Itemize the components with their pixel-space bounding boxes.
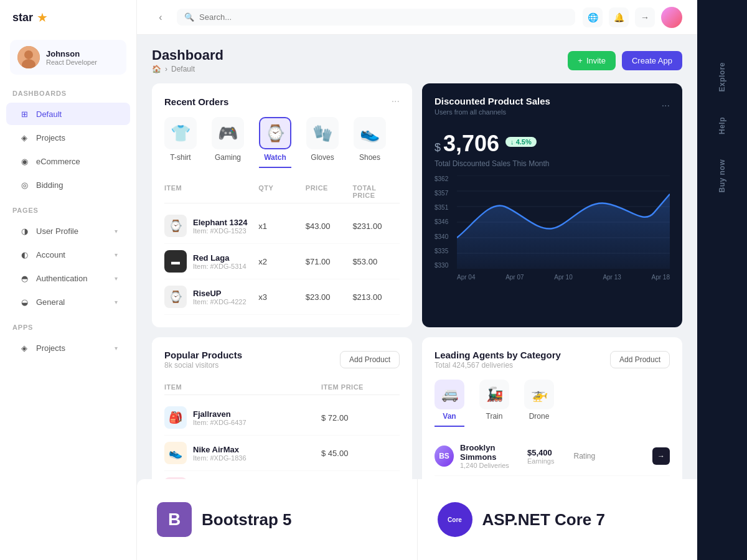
breadcrumb-current: Default — [171, 65, 195, 73]
aspnet-banner[interactable]: Core ASP.NET Core 7 — [417, 479, 698, 560]
page-title-group: Dashboard 🏠 › Default — [152, 47, 223, 73]
pop-sku-2: Item: #XDG-1836 — [193, 454, 247, 462]
globe-icon[interactable]: 🌐 — [583, 7, 603, 27]
pop-price-2: $ 45.00 — [321, 449, 400, 458]
add-agent-button[interactable]: Add Product — [610, 351, 670, 368]
y-label-5: $340 — [435, 233, 457, 240]
discounted-title-group: Discounted Product Sales Users from all … — [435, 96, 550, 116]
sidebar-label-apps-projects: Projects — [36, 343, 108, 353]
sales-menu-icon[interactable]: ··· — [662, 100, 670, 111]
item-img-3: ⌚ — [164, 286, 187, 308]
price-2: $71.00 — [306, 257, 353, 266]
buy-now-label[interactable]: Buy now — [718, 147, 726, 205]
tab-shoes[interactable]: 👟 Shoes — [354, 117, 386, 168]
search-input[interactable] — [199, 12, 568, 22]
agent-arrow-button-1[interactable]: → — [652, 447, 670, 465]
invite-button[interactable]: + Invite — [568, 51, 616, 70]
item-info-3: ⌚ RiseUP Item: #XDG-4222 — [164, 286, 258, 308]
agents-title: Leading Agents by Category — [435, 350, 561, 360]
notification-icon[interactable]: 🔔 — [609, 7, 629, 27]
arrow-right-icon[interactable]: → — [635, 7, 655, 27]
avatar — [17, 46, 40, 68]
sidebar-collapse-button[interactable]: ‹ — [152, 9, 169, 26]
bootstrap-banner[interactable]: B Bootstrap 5 — [137, 479, 417, 560]
apps-section-label: APPS — [0, 314, 136, 336]
pop-details-1: Fjallraven Item: #XDG-6437 — [193, 409, 247, 426]
van-icon: 🚐 — [435, 380, 464, 409]
item-info-2: ▬ Red Laga Item: #XDG-5314 — [164, 250, 258, 273]
search-box[interactable]: 🔍 — [177, 9, 575, 26]
tab-drone[interactable]: 🚁 Drone — [524, 380, 554, 427]
tab-train[interactable]: 🚂 Train — [479, 380, 509, 427]
x-label-4: Apr 13 — [603, 274, 621, 281]
sidebar-item-projects[interactable]: ◈ Projects — [6, 126, 130, 149]
gloves-icon: 🧤 — [306, 117, 339, 149]
tab-gaming[interactable]: 🎮 Gaming — [212, 117, 244, 168]
total-1: $231.00 — [352, 222, 400, 231]
chevron-down-icon-2: ▾ — [115, 251, 118, 258]
item-name-3: RiseUP — [193, 289, 247, 298]
sidebar-item-account[interactable]: ◐ Account ▾ — [6, 243, 130, 266]
card-menu-icon[interactable]: ··· — [392, 96, 400, 107]
sidebar-item-apps-projects[interactable]: ◈ Projects ▾ — [6, 337, 130, 359]
table-row: 👟 Nike AirMax Item: #XDG-1836 $ 45.00 — [164, 436, 400, 471]
tab-van[interactable]: 🚐 Van — [435, 380, 464, 427]
sidebar-item-authentication[interactable]: ◓ Authentication ▾ — [6, 267, 130, 289]
item-info-1: ⌚ Elephant 1324 Item: #XDG-1523 — [164, 215, 258, 237]
explore-label[interactable]: Explore — [718, 50, 726, 105]
discounted-sales-card: Discounted Product Sales Users from all … — [422, 83, 682, 327]
chevron-down-icon-4: ▾ — [115, 299, 118, 306]
discounted-sales-header: Discounted Product Sales Users from all … — [435, 96, 670, 116]
recent-orders-card: Recent Orders ··· 👕 T-shirt 🎮 Gaming ⌚ W… — [152, 83, 412, 327]
sidebar-item-default[interactable]: ⊞ Default — [6, 103, 130, 125]
user-name: Johnson — [46, 49, 97, 58]
sidebar-item-general[interactable]: ◒ General ▾ — [6, 291, 130, 313]
tab-gloves[interactable]: 🧤 Gloves — [306, 117, 339, 168]
sidebar-label-default: Default — [36, 110, 118, 119]
sidebar-item-user-profile[interactable]: ◑ User Profile ▾ — [6, 220, 130, 242]
apps-projects-icon: ◈ — [19, 342, 30, 353]
dashboards-section-label: DASHBOARDS — [0, 80, 136, 102]
bootstrap-text: Bootstrap 5 — [202, 510, 291, 530]
tab-train-label: Train — [486, 412, 503, 421]
x-label-2: Apr 07 — [505, 274, 524, 281]
tab-gloves-label: Gloves — [311, 153, 334, 162]
add-product-button[interactable]: Add Product — [340, 351, 400, 368]
y-label-6: $335 — [435, 248, 457, 254]
tab-tshirt-label: T-shirt — [170, 153, 190, 162]
help-label[interactable]: Help — [718, 105, 726, 147]
product-tabs: 👕 T-shirt 🎮 Gaming ⌚ Watch 🧤 Gloves — [164, 117, 400, 170]
sidebar-label-general: General — [36, 297, 108, 307]
shoes-icon: 👟 — [354, 117, 386, 149]
aspnet-icon: Core — [438, 502, 472, 537]
pop-name-1: Fjallraven — [193, 409, 247, 419]
pop-details-2: Nike AirMax Item: #XDG-1836 — [193, 445, 247, 462]
user-card[interactable]: Johnson React Developer — [10, 40, 126, 75]
sidebar-label-ecommerce: eCommerce — [36, 157, 118, 166]
sidebar-label-auth: Authentication — [36, 274, 108, 283]
x-label-3: Apr 10 — [554, 274, 572, 281]
tab-tshirt[interactable]: 👕 T-shirt — [164, 117, 197, 168]
page-header: Dashboard 🏠 › Default + Invite Create Ap… — [152, 47, 682, 73]
sidebar-label-bidding: Bidding — [36, 180, 118, 190]
tshirt-icon: 👕 — [164, 117, 197, 149]
sidebar-item-ecommerce[interactable]: ◉ eCommerce — [6, 150, 130, 172]
topbar-right: 🌐 🔔 → — [583, 7, 682, 28]
gaming-icon: 🎮 — [212, 117, 244, 149]
tab-watch[interactable]: ⌚ Watch — [259, 117, 291, 168]
pop-col-price: ITEM PRICE — [321, 383, 400, 391]
agents-subtitle: Total 424,567 deliveries — [435, 361, 561, 370]
currency-symbol: $ — [435, 141, 441, 154]
col-price: PRICE — [306, 184, 353, 199]
item-img-2: ▬ — [164, 250, 187, 273]
right-panel: Explore Help Buy now — [697, 0, 747, 560]
home-icon: 🏠 — [152, 65, 161, 73]
discounted-title: Discounted Product Sales — [435, 96, 550, 106]
recent-orders-header: Recent Orders ··· — [164, 96, 400, 107]
tab-watch-label: Watch — [264, 153, 286, 162]
sidebar-item-bidding[interactable]: ◎ Bidding — [6, 174, 130, 196]
create-app-button[interactable]: Create App — [622, 51, 682, 70]
user-avatar-topbar[interactable] — [661, 7, 682, 28]
pop-img-2: 👟 — [164, 442, 187, 464]
pop-price-1: $ 72.00 — [321, 413, 400, 422]
